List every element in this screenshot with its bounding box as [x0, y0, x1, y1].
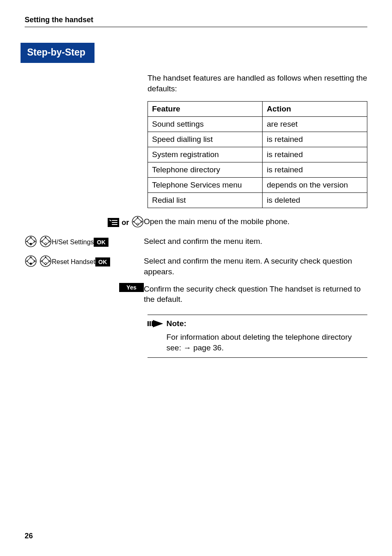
ok-key: OK [95, 257, 110, 266]
note-title: Note: [166, 318, 367, 329]
step-open-menu: Open the main menu of the mobile phone. [144, 215, 367, 227]
cell-feature: Redial list [148, 193, 263, 208]
svg-marker-25 [26, 260, 28, 262]
step-confirm: Confirm the security check question The … [144, 283, 367, 305]
ok-key: OK [94, 238, 108, 247]
navpad-icon [131, 215, 144, 229]
cell-action: is retained [263, 162, 367, 178]
cell-action: is retained [263, 147, 367, 162]
arrow-icon: → [183, 343, 191, 352]
note-box: Note: For information about deleting the… [148, 315, 367, 358]
cell-feature: System registration [148, 147, 263, 162]
svg-rect-26 [30, 263, 32, 264]
svg-marker-17 [45, 236, 47, 238]
navpad-icon-up [39, 255, 52, 269]
menu-key-icon [108, 218, 119, 227]
svg-marker-13 [26, 241, 28, 243]
yes-key: Yes [119, 283, 144, 292]
svg-rect-16 [42, 238, 50, 246]
svg-rect-34 [150, 321, 151, 326]
menu-item-hset: H/Set Settings [52, 239, 94, 246]
table-row: Sound settings are reset [148, 117, 367, 132]
cell-feature: Sound settings [148, 117, 263, 132]
cell-action: are reset [263, 117, 367, 132]
th-action: Action [263, 102, 367, 117]
table-row: Speed dialling list is retained [148, 132, 367, 147]
table-row: Telephone Services menu depends on the v… [148, 178, 367, 193]
page-number: 26 [25, 532, 33, 540]
cell-feature: Telephone Services menu [148, 178, 263, 193]
intro-text: The handset features are handled as foll… [148, 73, 367, 94]
running-header: Setting the handset [25, 16, 367, 27]
svg-rect-4 [134, 218, 142, 226]
table-row: System registration is retained [148, 147, 367, 162]
cell-feature: Telephone directory [148, 162, 263, 178]
svg-marker-36 [153, 320, 163, 327]
cell-action: is deleted [263, 193, 367, 208]
step-select-2: Select and confirm the menu item. A secu… [144, 255, 367, 277]
cell-action: depends on the version [263, 178, 367, 193]
navpad-icon-up [39, 235, 52, 249]
cell-feature: Speed dialling list [148, 132, 263, 147]
or-label: or [119, 218, 131, 227]
navpad-icon-left [25, 235, 37, 249]
svg-marker-29 [45, 256, 47, 258]
svg-rect-14 [30, 243, 32, 245]
note-arrow-icon [148, 318, 166, 330]
table-row: Redial list is deleted [148, 193, 367, 208]
svg-marker-7 [133, 221, 134, 223]
note-text-b: page 36. [191, 343, 224, 352]
svg-marker-5 [137, 217, 139, 218]
th-feature: Feature [148, 102, 263, 117]
table-row: Telephone directory is retained [148, 162, 367, 178]
cell-action: is retained [263, 132, 367, 147]
svg-rect-33 [148, 321, 149, 326]
step-select-1: Select and confirm the menu item. [144, 235, 367, 247]
navpad-icon-left [25, 255, 37, 269]
svg-rect-28 [42, 257, 50, 265]
svg-rect-35 [152, 321, 153, 326]
step-by-step-tab: Step-by-Step [21, 43, 95, 63]
feature-table: Feature Action Sound settings are reset … [148, 101, 367, 208]
menu-item-reset: Reset Handset [52, 258, 95, 266]
